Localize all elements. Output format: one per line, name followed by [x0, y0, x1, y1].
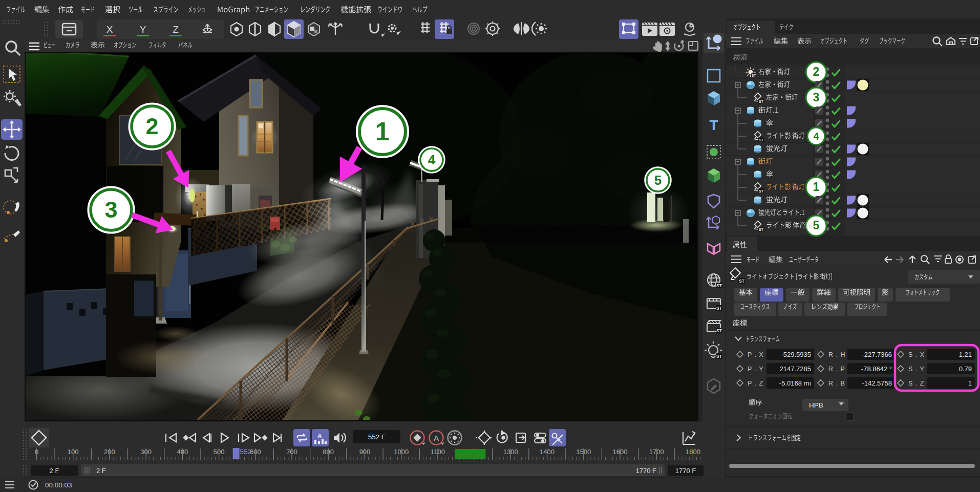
svg-text:ST: ST: [716, 283, 722, 288]
svg-text:-5.0168 mı: -5.0168 mı: [779, 379, 811, 387]
svg-text:ST: ST: [759, 228, 764, 231]
svg-text:ST: ST: [739, 279, 745, 284]
svg-text:2147.7285: 2147.7285: [780, 365, 811, 373]
svg-text:ST: ST: [716, 328, 722, 333]
svg-text:P . Z: P . Z: [748, 380, 763, 387]
svg-text:ST: ST: [759, 189, 764, 193]
svg-text:3: 3: [104, 197, 117, 223]
svg-text:2 F: 2 F: [50, 467, 59, 475]
svg-text:552: 552: [240, 448, 252, 456]
svg-text:ST: ST: [752, 74, 756, 77]
svg-text:ST: ST: [716, 354, 722, 359]
svg-text:S . X: S . X: [908, 351, 925, 358]
svg-text:HPB: HPB: [809, 401, 823, 409]
svg-text:2: 2: [813, 65, 820, 78]
svg-text:00:00:03: 00:00:03: [45, 481, 72, 489]
svg-text:P . Y: P . Y: [748, 366, 764, 373]
svg-text:-78.8642 °: -78.8642 °: [861, 365, 892, 373]
svg-text:R . H: R . H: [828, 351, 845, 358]
svg-text:4: 4: [428, 152, 436, 167]
svg-text:2 F: 2 F: [96, 467, 106, 475]
svg-text:-142.5758: -142.5758: [862, 379, 892, 387]
svg-text:R . B: R . B: [828, 380, 845, 387]
svg-text:T: T: [709, 117, 718, 133]
svg-text:R . P: R . P: [828, 366, 845, 373]
svg-text:S . Y: S . Y: [908, 366, 925, 373]
svg-text:2: 2: [145, 113, 158, 139]
svg-text:1: 1: [813, 180, 820, 194]
svg-text:A: A: [317, 433, 322, 440]
svg-text:1: 1: [968, 379, 972, 387]
svg-text:0.79: 0.79: [959, 365, 972, 373]
svg-text:1.21: 1.21: [959, 351, 972, 358]
svg-text:3: 3: [813, 91, 820, 104]
svg-text:ST: ST: [759, 138, 764, 142]
svg-text:Y: Y: [140, 24, 146, 35]
svg-text:5: 5: [654, 173, 662, 188]
svg-text:-227.7366: -227.7366: [862, 351, 892, 358]
svg-text:5: 5: [813, 219, 820, 232]
svg-text:1770 F: 1770 F: [636, 467, 657, 475]
svg-text:1770 F: 1770 F: [675, 467, 696, 475]
svg-text:ST: ST: [759, 100, 764, 103]
svg-text:1: 1: [375, 117, 390, 146]
svg-text:552 F: 552 F: [368, 433, 386, 441]
svg-text:P . X: P . X: [748, 351, 764, 358]
svg-text:X: X: [106, 24, 113, 35]
svg-text:-529.5935: -529.5935: [781, 351, 811, 358]
svg-text:4: 4: [813, 131, 819, 142]
svg-text:Z: Z: [173, 24, 179, 35]
svg-text:ST: ST: [716, 306, 722, 311]
svg-text:S . Z: S . Z: [908, 380, 924, 387]
svg-text:A: A: [434, 434, 439, 442]
